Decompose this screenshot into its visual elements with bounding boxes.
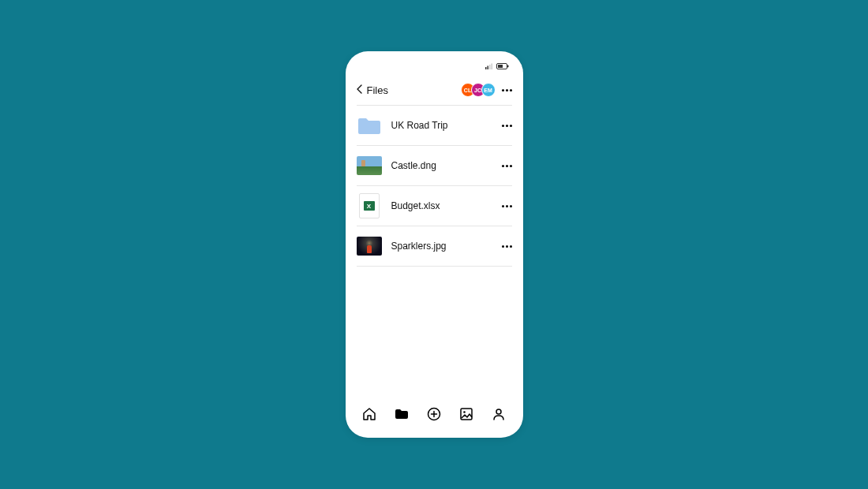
person-icon bbox=[492, 407, 506, 424]
header-overflow-button[interactable] bbox=[502, 86, 512, 95]
file-row-image[interactable]: Castle.dng bbox=[357, 145, 512, 185]
xlsx-icon: X bbox=[357, 196, 382, 216]
file-row-folder[interactable]: UK Road Trip bbox=[357, 105, 512, 145]
file-name: Budget.xlsx bbox=[391, 200, 492, 211]
svg-rect-6 bbox=[507, 65, 509, 68]
image-thumbnail bbox=[357, 155, 382, 176]
home-icon bbox=[362, 407, 376, 424]
file-name: Sparklers.jpg bbox=[391, 241, 492, 252]
header-right: CL JC EM bbox=[461, 83, 512, 97]
chevron-left-icon bbox=[357, 83, 363, 97]
row-overflow-button[interactable] bbox=[502, 202, 512, 211]
nav-account-button[interactable] bbox=[487, 404, 511, 427]
svg-rect-2 bbox=[489, 65, 491, 69]
dots-icon bbox=[502, 89, 504, 91]
avatar: EM bbox=[481, 83, 496, 97]
file-row-image[interactable]: Sparklers.jpg bbox=[357, 226, 512, 267]
nav-photos-button[interactable] bbox=[455, 404, 478, 427]
row-overflow-button[interactable] bbox=[502, 162, 512, 170]
nav-add-button[interactable] bbox=[422, 404, 446, 427]
folder-icon bbox=[357, 115, 382, 136]
nav-files-button[interactable] bbox=[390, 404, 413, 427]
image-thumbnail bbox=[357, 236, 382, 256]
nav-home-button[interactable] bbox=[357, 404, 381, 427]
svg-rect-3 bbox=[491, 64, 492, 70]
plus-circle-icon bbox=[427, 407, 441, 424]
svg-rect-0 bbox=[485, 67, 487, 69]
photo-icon bbox=[459, 407, 473, 424]
file-list: UK Road Trip Castle.dng X Budget.xlsx Sp… bbox=[346, 105, 523, 398]
bottom-nav bbox=[346, 398, 523, 438]
row-overflow-button[interactable] bbox=[502, 121, 512, 130]
svg-point-10 bbox=[496, 409, 501, 414]
row-overflow-button[interactable] bbox=[502, 242, 512, 251]
file-name: Castle.dng bbox=[391, 160, 492, 171]
svg-rect-5 bbox=[498, 65, 503, 68]
svg-point-9 bbox=[463, 411, 466, 413]
file-name: UK Road Trip bbox=[391, 120, 492, 131]
cellular-icon bbox=[485, 63, 493, 69]
folder-icon bbox=[395, 408, 409, 424]
phone-frame: Files CL JC EM UK Road Trip bbox=[346, 51, 523, 438]
back-button[interactable]: Files bbox=[357, 83, 388, 97]
battery-icon bbox=[496, 63, 509, 69]
header: Files CL JC EM bbox=[346, 75, 523, 105]
status-bar bbox=[346, 61, 523, 72]
shared-avatars[interactable]: CL JC EM bbox=[461, 83, 496, 97]
svg-rect-1 bbox=[487, 66, 488, 70]
header-title: Files bbox=[367, 84, 388, 96]
file-row-spreadsheet[interactable]: X Budget.xlsx bbox=[357, 185, 512, 226]
